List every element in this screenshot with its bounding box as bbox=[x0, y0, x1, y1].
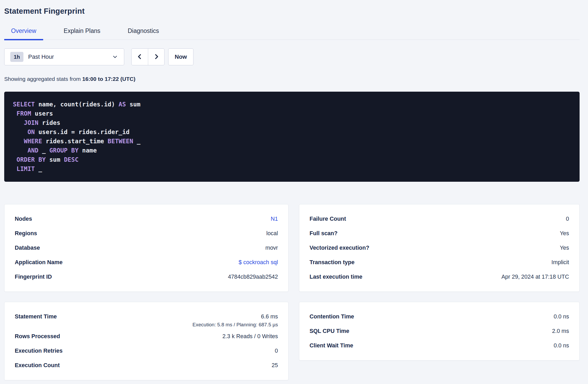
client-wait-time-value: 0.0 ns bbox=[554, 342, 569, 349]
now-button[interactable]: Now bbox=[168, 48, 193, 65]
sql-line: JOIN rides bbox=[13, 118, 571, 127]
aggregated-stats-line: Showing aggregated stats from 16:00 to 1… bbox=[4, 76, 580, 82]
regions-label: Regions bbox=[15, 230, 37, 237]
statement-details-card: Nodes N1 Regions local Database movr App… bbox=[4, 204, 288, 292]
row-regions: Regions local bbox=[15, 226, 278, 241]
contention-time-label: Contention Time bbox=[310, 313, 354, 320]
row-vectorized-execution: Vectorized execution? Yes bbox=[310, 241, 569, 255]
row-transaction-type: Transaction type Implicit bbox=[310, 255, 569, 270]
page-title: Statement Fingerprint bbox=[4, 7, 580, 16]
row-failure-count: Failure Count 0 bbox=[310, 212, 569, 226]
wait-times-card: Contention Time 0.0 ns SQL CPU Time 2.0 … bbox=[299, 302, 580, 361]
application-name-link[interactable]: $ cockroach sql bbox=[239, 259, 278, 266]
stats-prefix: Showing aggregated stats from bbox=[4, 76, 82, 82]
row-fingerprint-id: Fingerprint ID 4784cb829aab2542 bbox=[15, 270, 278, 284]
sql-line: SELECT name, count(rides.id) AS sum bbox=[13, 100, 571, 109]
full-scan-label: Full scan? bbox=[310, 230, 337, 237]
row-execution-retries: Execution Retries 0 bbox=[15, 344, 278, 358]
sql-line: WHERE rides.start_time BETWEEN _ bbox=[13, 137, 571, 146]
contention-time-value: 0.0 ns bbox=[554, 313, 569, 320]
tab-bar: Overview Explain Plans Diagnostics bbox=[4, 27, 580, 40]
failure-count-label: Failure Count bbox=[310, 216, 346, 222]
row-database: Database movr bbox=[15, 241, 278, 255]
sql-line: AND _ GROUP BY name bbox=[13, 146, 571, 155]
last-execution-time-label: Last execution time bbox=[310, 274, 362, 280]
execution-retries-value: 0 bbox=[275, 348, 278, 354]
database-label: Database bbox=[15, 245, 40, 251]
execution-count-value: 25 bbox=[272, 362, 278, 369]
sql-line: LIMIT _ bbox=[13, 164, 571, 174]
time-range-label: Past Hour bbox=[28, 53, 54, 60]
vectorized-execution-label: Vectorized execution? bbox=[310, 245, 369, 251]
next-time-button[interactable] bbox=[148, 49, 164, 65]
rows-processed-label: Rows Processed bbox=[15, 333, 60, 340]
failure-count-value: 0 bbox=[566, 216, 569, 222]
sql-cpu-time-value: 2.0 ms bbox=[552, 328, 569, 334]
time-range-dropdown[interactable]: 1h Past Hour bbox=[4, 48, 124, 65]
time-nav-group bbox=[131, 48, 165, 65]
client-wait-time-label: Client Wait Time bbox=[310, 342, 353, 349]
row-execution-count: Execution Count 25 bbox=[15, 358, 278, 373]
nodes-link[interactable]: N1 bbox=[271, 216, 278, 222]
regions-value: local bbox=[266, 230, 278, 237]
tab-overview[interactable]: Overview bbox=[4, 27, 43, 40]
statement-times-card: Statement Time 6.6 ms Execution: 5.8 ms … bbox=[4, 302, 288, 380]
statement-time-label: Statement Time bbox=[15, 313, 57, 320]
chevron-down-icon bbox=[112, 54, 118, 60]
time-range-badge: 1h bbox=[10, 52, 23, 62]
last-execution-time-value: Apr 29, 2024 at 17:18 UTC bbox=[501, 274, 569, 280]
chevron-left-icon bbox=[136, 53, 143, 61]
statement-time-value: 6.6 ms bbox=[261, 313, 278, 320]
time-toolbar: 1h Past Hour Now bbox=[4, 48, 580, 65]
transaction-type-label: Transaction type bbox=[310, 259, 355, 266]
chevron-right-icon bbox=[153, 53, 160, 61]
details-cards-row: Nodes N1 Regions local Database movr App… bbox=[4, 204, 580, 292]
execution-attributes-card: Failure Count 0 Full scan? Yes Vectorize… bbox=[299, 204, 580, 292]
row-sql-cpu-time: SQL CPU Time 2.0 ms bbox=[310, 324, 569, 338]
row-client-wait-time: Client Wait Time 0.0 ns bbox=[310, 338, 569, 353]
row-contention-time: Contention Time 0.0 ns bbox=[310, 309, 569, 324]
database-value: movr bbox=[265, 245, 278, 251]
fingerprint-id-label: Fingerprint ID bbox=[15, 274, 52, 280]
sql-statement-box: SELECT name, count(rides.id) AS sum FROM… bbox=[4, 92, 580, 182]
sql-cpu-time-label: SQL CPU Time bbox=[310, 328, 349, 334]
row-application-name: Application Name $ cockroach sql bbox=[15, 255, 278, 270]
execution-count-label: Execution Count bbox=[15, 362, 60, 369]
vectorized-execution-value: Yes bbox=[560, 245, 569, 251]
row-last-execution-time: Last execution time Apr 29, 2024 at 17:1… bbox=[310, 270, 569, 284]
sql-line: ORDER BY sum DESC bbox=[13, 155, 571, 164]
row-full-scan: Full scan? Yes bbox=[310, 226, 569, 241]
fingerprint-id-value: 4784cb829aab2542 bbox=[228, 274, 278, 280]
rows-processed-value: 2.3 k Reads / 0 Writes bbox=[222, 333, 278, 340]
timing-cards-row: Statement Time 6.6 ms Execution: 5.8 ms … bbox=[4, 302, 580, 380]
sql-line: FROM users bbox=[13, 109, 571, 118]
tab-diagnostics[interactable]: Diagnostics bbox=[121, 27, 166, 40]
row-nodes: Nodes N1 bbox=[15, 212, 278, 226]
application-name-label: Application Name bbox=[15, 259, 63, 266]
nodes-label: Nodes bbox=[15, 216, 32, 222]
prev-time-button[interactable] bbox=[132, 49, 148, 65]
execution-retries-label: Execution Retries bbox=[15, 348, 63, 354]
transaction-type-value: Implicit bbox=[551, 259, 569, 266]
statement-fingerprint-page: Statement Fingerprint Overview Explain P… bbox=[0, 0, 588, 380]
row-rows-processed: Rows Processed 2.3 k Reads / 0 Writes bbox=[15, 329, 278, 344]
stats-range: 16:00 to 17:22 (UTC) bbox=[82, 76, 136, 82]
tab-explain-plans[interactable]: Explain Plans bbox=[57, 27, 107, 40]
sql-line: ON users.id = rides.rider_id bbox=[13, 127, 571, 137]
full-scan-value: Yes bbox=[560, 230, 569, 237]
statement-time-breakdown: Execution: 5.8 ms / Planning: 687.5 µs bbox=[15, 322, 278, 329]
